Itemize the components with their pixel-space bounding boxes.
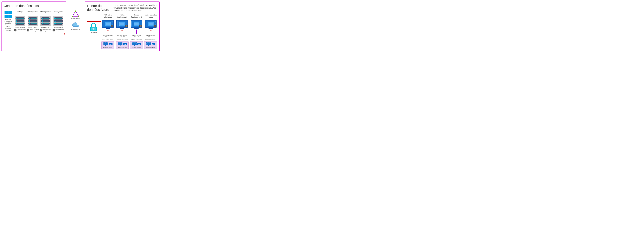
svg-point-52 (126, 26, 127, 26)
export-label-3: Exporter des fichiers (131, 38, 142, 40)
server-3-top-label: Tables fractionnées 2 (40, 10, 52, 15)
cloud-icon (72, 22, 79, 28)
server-2-name: Serveur R3load 2 (28, 27, 38, 28)
vm-col-4: Toutes les autres tables (144, 14, 158, 49)
svg-rect-39 (104, 42, 108, 45)
svg-text:⬆⬇: ⬆⬇ (92, 28, 95, 30)
disk-label-4: Disque dur virtuel (VHD) (55, 29, 64, 32)
disk-icon-wrap-2: Disque dur virtuel (VHD) (27, 29, 39, 32)
monitor-wrap-1 (102, 20, 114, 30)
svg-rect-87 (148, 46, 150, 46)
svg-rect-7 (16, 29, 16, 30)
export-label-2: Exporter des fichiers (117, 38, 128, 40)
svg-rect-79 (148, 28, 153, 29)
col-2-header: Tables fractionnées 1 (115, 14, 129, 19)
server-col-2: Tables fractionnées 1 Serveur R3load 2 (27, 10, 39, 32)
server-1-top-label: 3 à 5 tables principales (14, 10, 26, 15)
server-rack-1 (15, 16, 25, 26)
svg-point-10 (28, 30, 28, 31)
server-rack-4 (53, 16, 64, 26)
vm-label-2: Machine virtuelle R3load 2 (115, 34, 129, 38)
sap-monitor-icon-2 (118, 42, 122, 46)
monitor-wrap-3 (130, 20, 142, 30)
vm-columns: 3 à 5 tables principales (101, 14, 158, 49)
sap-logo-4: SAP (152, 43, 155, 45)
left-panel-title: Centre de données local (4, 4, 64, 8)
windows-label: Machines virtuelles de portabilité élevé… (4, 19, 13, 31)
sap-monitor-icon-3 (132, 42, 137, 46)
disk-label-2: Disque dur virtuel (VHD) (30, 29, 39, 32)
col-3-header: Tables fractionnées 2 (130, 14, 144, 19)
svg-rect-69 (132, 42, 136, 45)
red-arrow-up-1 (108, 30, 108, 34)
svg-rect-84 (146, 42, 151, 45)
svg-rect-72 (133, 46, 136, 46)
purple-arrow-up-3 (136, 30, 136, 34)
svg-point-82 (155, 26, 155, 26)
left-panel: Centre de données local Machines virtuel… (2, 1, 66, 51)
red-arrow-up-4 (150, 30, 151, 34)
svg-point-14 (41, 30, 41, 31)
server-connection-line (16, 33, 62, 34)
svg-rect-0 (4, 11, 8, 14)
export-label-4: Exporter des fichiers (145, 38, 156, 40)
svg-rect-47 (120, 22, 124, 25)
vm-label-3: Machine virtuelle R3load 3 (130, 34, 144, 38)
servers-area: 3 à 5 tables principales Serveur R3load … (14, 10, 64, 32)
disk-overlay-3 (139, 24, 142, 27)
svg-rect-62 (134, 22, 138, 25)
right-inner: ⇅ ⬆⬇ Passerelle 3 à 5 tables principales (87, 14, 158, 49)
sap-vm-4: SAP Machine virtuelle (144, 41, 157, 49)
svg-rect-57 (119, 46, 121, 46)
server-2-top-label: Tables fractionnées 1 (27, 10, 39, 15)
svg-rect-64 (134, 28, 139, 29)
sap-vm-1: SAP Machine virtuelle (101, 41, 114, 49)
disk-overlay-4 (154, 24, 156, 27)
red-arrow-up-2 (122, 30, 122, 34)
sap-vm-label-4: Machine virtuelle (146, 47, 155, 48)
disk-icon-1 (14, 29, 16, 32)
server-4-top-label: Toutes les autres tables (52, 10, 64, 15)
svg-rect-11 (28, 29, 29, 30)
right-panel-desc: Les serveurs de base de données SQL, les… (114, 4, 158, 12)
server-3-name: Serveur R3load 3 (41, 27, 50, 28)
gateway-lock-icon: ⇅ ⬆⬇ (89, 22, 98, 32)
sap-vm-label-2: Machine virtuelle (118, 47, 127, 48)
left-content: Machines virtuelles de portabilité élevé… (4, 10, 64, 32)
vm-col-1: 3 à 5 tables principales (101, 14, 115, 49)
internet-section: Internet public (71, 22, 80, 30)
disk-label-3: Disque dur virtuel (VHD) (42, 29, 51, 32)
sap-vm-2: SAP Machine virtuelle (116, 41, 128, 49)
main-container: Centre de données local Machines virtuel… (2, 1, 160, 51)
sap-monitor-icon-4 (146, 42, 151, 46)
sap-monitor-icon-1 (103, 42, 108, 46)
svg-rect-3 (8, 15, 12, 18)
svg-rect-34 (106, 28, 110, 29)
svg-rect-42 (105, 46, 107, 46)
disk-icon-wrap-4: Disque dur virtuel (VHD) (52, 29, 64, 32)
right-panel-title: Centre de données Azure (87, 4, 111, 12)
expressroute-icon (72, 10, 79, 17)
expressroute-section: ExpressRoute (71, 10, 80, 19)
internet-label: Internet public (71, 29, 80, 30)
sap-logo-3: SAP (137, 43, 141, 45)
monitor-wrap-4 (145, 20, 157, 30)
svg-point-67 (140, 26, 141, 26)
svg-rect-77 (149, 22, 153, 25)
server-1-name: Serveur R3load 1 (15, 27, 25, 28)
disk-icon-4 (52, 29, 55, 32)
sap-vm-label-3: Machine virtuelle (132, 47, 141, 48)
server-col-1: 3 à 5 tables principales Serveur R3load … (14, 10, 26, 32)
middle-area: ExpressRoute Internet public (68, 1, 83, 51)
windows-icon (4, 10, 12, 18)
vm-label-4: Machine virtuelle R3load 4 (144, 34, 158, 38)
svg-rect-54 (118, 42, 122, 45)
sap-vm-3: SAP Machine virtuelle (130, 41, 143, 49)
vm-label-1: Machine virtuelle R3load 1 (101, 34, 115, 38)
export-label-1: Exporter des fichiers (102, 38, 114, 40)
disk-icon-3 (40, 29, 42, 32)
svg-rect-49 (120, 28, 124, 29)
server-col-3: Tables fractionnées 2 Serveur R3load 3 (40, 10, 52, 32)
monitor-wrap-2 (116, 20, 128, 30)
sap-logo-2: SAP (123, 43, 127, 45)
